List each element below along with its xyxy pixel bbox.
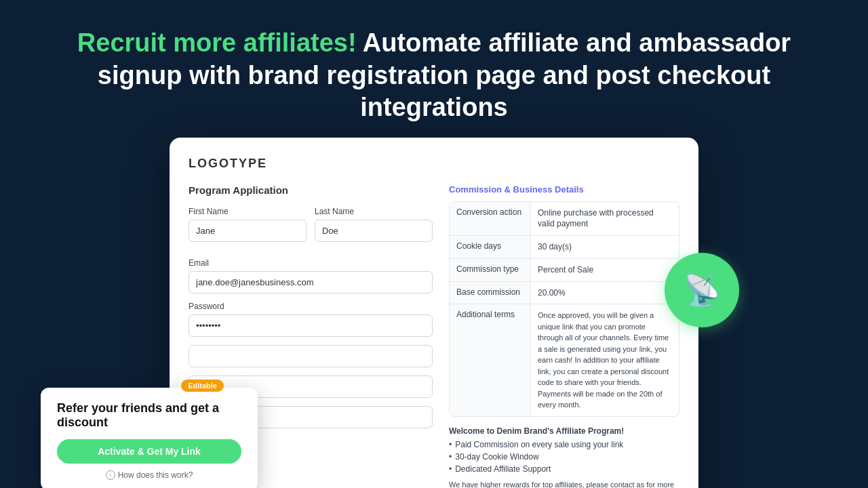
password-label: Password bbox=[189, 302, 433, 311]
cookie-value: 30 day(s) bbox=[531, 236, 578, 258]
commission-table: Conversion action Online purchase with p… bbox=[449, 201, 679, 417]
base-commission-value: 20.00% bbox=[531, 282, 572, 304]
commission-row-cookie: Cookie days 30 day(s) bbox=[450, 236, 679, 259]
conversion-value: Online purchase with processed valid pay… bbox=[531, 202, 679, 236]
commission-section: Commission & Business Details Conversion… bbox=[449, 184, 679, 489]
commission-row-conversion: Conversion action Online purchase with p… bbox=[450, 202, 679, 237]
welcome-contact: We have higher rewards for top affiliate… bbox=[449, 479, 679, 488]
commission-type-value: Percent of Sale bbox=[531, 259, 600, 281]
commission-row-type: Commission type Percent of Sale bbox=[450, 259, 679, 282]
radar-icon: 📡 bbox=[684, 272, 721, 308]
additional-terms-label: Additional terms bbox=[450, 304, 531, 416]
main-card-area: 📡 LOGOTYPE Program Application First Nam… bbox=[0, 138, 868, 489]
info-icon: i bbox=[106, 470, 115, 480]
email-label: Email bbox=[189, 258, 433, 268]
last-name-label: Last Name bbox=[315, 207, 433, 216]
welcome-item-3: Dedicated Affiliate Support bbox=[449, 464, 679, 474]
conversion-label: Conversion action bbox=[450, 202, 531, 236]
hero-title: Recruit more affiliates! Automate affili… bbox=[41, 27, 827, 124]
commission-row-base: Base commission 20.00% bbox=[450, 282, 679, 305]
referral-popup: Editable Refer your friends and get a di… bbox=[41, 388, 258, 488]
email-input[interactable] bbox=[189, 271, 433, 293]
name-row: First Name Last Name bbox=[189, 207, 433, 250]
logotype: LOGOTYPE bbox=[189, 157, 679, 171]
referral-text: Refer your friends and get a discount bbox=[57, 401, 241, 430]
brand-icon-circle: 📡 bbox=[665, 253, 739, 327]
how-it-works-label: How does this work? bbox=[118, 470, 193, 480]
last-name-input[interactable] bbox=[315, 220, 433, 242]
last-name-group: Last Name bbox=[315, 207, 433, 242]
extra-field-1-group bbox=[189, 345, 433, 367]
welcome-item-2: 30-day Cookie Window bbox=[449, 452, 679, 462]
welcome-list: Paid Commission on every sale using your… bbox=[449, 440, 679, 474]
first-name-input[interactable] bbox=[189, 220, 307, 242]
welcome-title: Welcome to Denim Brand's Affiliate Progr… bbox=[449, 426, 679, 436]
welcome-section: Welcome to Denim Brand's Affiliate Progr… bbox=[449, 426, 679, 488]
base-commission-label: Base commission bbox=[450, 282, 531, 304]
editable-badge: Editable bbox=[181, 380, 224, 392]
activate-get-link-button[interactable]: Activate & Get My Link bbox=[57, 439, 241, 464]
email-group: Email bbox=[189, 258, 433, 293]
commission-type-label: Commission type bbox=[450, 259, 531, 281]
password-input[interactable] bbox=[189, 314, 433, 337]
hero-title-highlight: Recruit more affiliates! bbox=[77, 28, 357, 57]
form-title: Program Application bbox=[189, 184, 433, 196]
card-inner: Program Application First Name Last Name… bbox=[189, 184, 679, 489]
welcome-item-1: Paid Commission on every sale using your… bbox=[449, 440, 679, 449]
first-name-label: First Name bbox=[189, 207, 307, 216]
extra-field-1-input[interactable] bbox=[189, 345, 433, 367]
password-group: Password bbox=[189, 302, 433, 337]
additional-terms-value: Once approved, you will be given a uniqu… bbox=[531, 304, 679, 416]
first-name-group: First Name bbox=[189, 207, 307, 242]
cookie-label: Cookie days bbox=[450, 236, 531, 258]
how-it-works-link[interactable]: i How does this work? bbox=[57, 470, 241, 480]
commission-row-additional: Additional terms Once approved, you will… bbox=[450, 304, 679, 416]
commission-title: Commission & Business Details bbox=[449, 184, 679, 195]
hero-section: Recruit more affiliates! Automate affili… bbox=[0, 0, 868, 138]
